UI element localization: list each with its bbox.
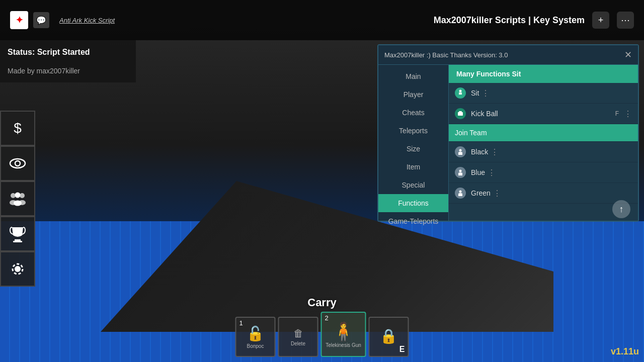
blue-dots[interactable]: ⋮ xyxy=(488,168,496,177)
function-blue[interactable]: Blue ⋮ xyxy=(449,162,638,183)
slot-telekinesis-label: Telekinesis Gun xyxy=(326,342,361,348)
nav-item-main[interactable]: Main xyxy=(378,67,448,85)
slot-1-icon: 🔓 xyxy=(247,325,264,342)
svg-rect-13 xyxy=(458,112,463,116)
tab-title: Anti Ark Kick Script xyxy=(59,17,115,24)
jointeam-label: Join Team xyxy=(455,129,487,137)
svg-point-12 xyxy=(459,90,462,93)
carry-slot-1[interactable]: 1 🔓 Вопрос xyxy=(235,317,276,357)
svg-rect-14 xyxy=(459,111,462,112)
slot-delete-icon: 🗑 xyxy=(293,328,303,339)
scroll-button[interactable]: ↑ xyxy=(612,200,630,218)
function-black[interactable]: Black ⋮ xyxy=(449,142,638,162)
carry-label: Carry xyxy=(307,296,336,309)
green-label: Green xyxy=(471,189,491,197)
slot-1-label: Вопрос xyxy=(247,343,264,349)
function-jointeam[interactable]: Join Team xyxy=(449,124,638,142)
svg-point-16 xyxy=(459,170,462,172)
roblox-logo-icon: ✦ xyxy=(10,11,28,29)
green-icon xyxy=(455,188,466,199)
top-bar-right: Max2007killer Scripts | Key System + ⋯ xyxy=(434,12,634,29)
kickball-label: Kick Ball xyxy=(471,110,498,118)
svg-point-3 xyxy=(15,193,21,198)
nav-item-special[interactable]: Special xyxy=(378,176,448,194)
top-bar: ✦ 💬 Anti Ark Kick Script Max2007killer S… xyxy=(0,0,644,40)
dialog-body: Main Player Cheats Teleports Size Item S… xyxy=(378,65,638,221)
carry-slot-e[interactable]: 🔒 E xyxy=(369,317,409,357)
svg-point-7 xyxy=(19,200,26,205)
settings-icon-btn[interactable] xyxy=(0,251,35,287)
nav-item-teleports[interactable]: Teleports xyxy=(378,122,448,140)
nav-item-size[interactable]: Size xyxy=(378,140,448,158)
slot-telekinesis-num: 2 xyxy=(325,314,329,322)
script-title: Max2007killer Scripts | Key System xyxy=(434,15,585,26)
carry-slot-telekinesis[interactable]: 2 🧍 Telekinesis Gun xyxy=(321,312,366,357)
people-icon-btn[interactable] xyxy=(0,181,35,216)
function-sit[interactable]: Sit ⋮ xyxy=(449,83,638,104)
sit-label: Sit xyxy=(471,89,479,97)
svg-point-17 xyxy=(459,191,462,193)
script-dialog: Max2007killer :) Basic Thanks Version: 3… xyxy=(377,44,639,222)
nav-item-functions[interactable]: Functions xyxy=(378,194,448,212)
carry-bar: Carry 1 🔓 Вопрос 🗑 Delete 2 🧍 Telekinesi… xyxy=(235,296,409,357)
dialog-title: Max2007killer :) Basic Thanks Version: 3… xyxy=(384,51,508,59)
svg-point-15 xyxy=(459,149,462,152)
slot-delete-label: Delete xyxy=(291,341,305,346)
nav-item-player[interactable]: Player xyxy=(378,85,448,104)
trophy-icon-btn[interactable] xyxy=(0,216,35,251)
dialog-header: Max2007killer :) Basic Thanks Version: 3… xyxy=(378,45,638,65)
dollar-icon-btn[interactable]: $ xyxy=(0,111,35,146)
function-green[interactable]: Green ⋮ xyxy=(449,183,638,204)
add-button[interactable]: + xyxy=(592,12,609,29)
blue-label: Blue xyxy=(471,168,485,176)
dialog-close-button[interactable]: ✕ xyxy=(624,49,632,60)
slot-1-num: 1 xyxy=(239,319,243,327)
content-header: Many Functions Sit xyxy=(449,65,638,83)
status-text: Status: Script Started xyxy=(8,48,128,57)
version-label: v1.11u xyxy=(611,346,639,357)
nav-item-cheats[interactable]: Cheats xyxy=(378,104,448,122)
slot-e-key: E xyxy=(399,345,405,354)
black-dots[interactable]: ⋮ xyxy=(491,147,499,157)
more-button[interactable]: ⋯ xyxy=(617,12,634,29)
eye-icon-btn[interactable] xyxy=(0,146,35,181)
svg-point-0 xyxy=(10,159,25,168)
blue-icon xyxy=(455,167,466,178)
chat-icon: 💬 xyxy=(33,12,49,28)
svg-point-4 xyxy=(20,193,25,198)
function-kickball[interactable]: Kick Ball F ⋮ xyxy=(449,104,638,124)
carry-slot-delete[interactable]: 🗑 Delete xyxy=(278,317,318,357)
kickball-dots[interactable]: ⋮ xyxy=(624,109,632,119)
sit-icon xyxy=(455,87,466,99)
nav-item-item[interactable]: Item xyxy=(378,158,448,176)
svg-point-1 xyxy=(15,161,20,166)
dialog-nav: Main Player Cheats Teleports Size Item S… xyxy=(378,65,449,221)
svg-rect-9 xyxy=(13,241,22,242)
svg-point-10 xyxy=(15,266,21,272)
left-icon-bar: $ xyxy=(0,111,35,287)
slot-e-icon: 🔒 xyxy=(380,328,397,344)
nav-item-game-teleports[interactable]: Game-Teleports xyxy=(378,212,448,230)
black-icon xyxy=(455,146,466,157)
kickball-key: F xyxy=(615,110,619,117)
kickball-icon xyxy=(455,108,466,119)
svg-point-2 xyxy=(11,193,16,198)
dialog-content: Many Functions Sit Sit ⋮ xyxy=(449,65,638,221)
top-bar-left: ✦ 💬 Anti Ark Kick Script xyxy=(10,11,115,29)
left-panel: Status: Script Started Made by max2007ki… xyxy=(0,40,136,82)
made-by-text: Made by max2007killer xyxy=(8,67,128,75)
green-dots[interactable]: ⋮ xyxy=(493,189,501,198)
black-label: Black xyxy=(471,148,488,156)
sit-dots[interactable]: ⋮ xyxy=(481,88,490,98)
telekinesis-figure-icon: 🧍 xyxy=(332,321,355,342)
carry-slots: 1 🔓 Вопрос 🗑 Delete 2 🧍 Telekinesis Gun … xyxy=(235,312,409,357)
